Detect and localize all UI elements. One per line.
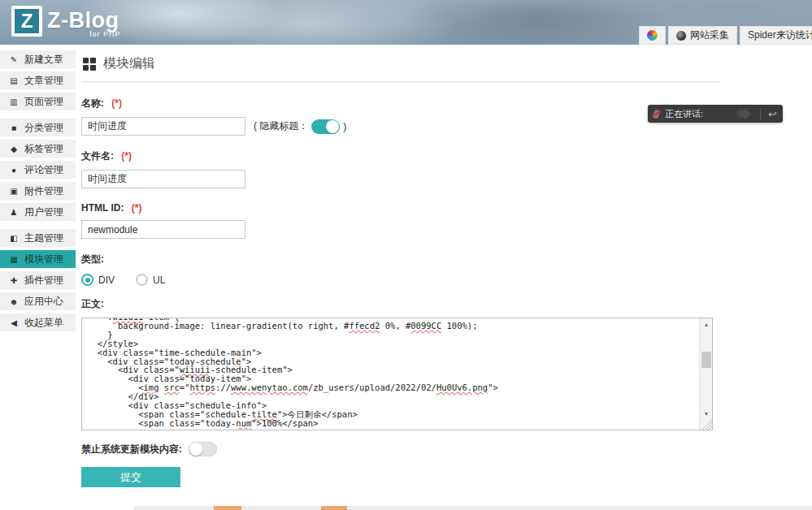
sidebar-item-module-mgmt[interactable]: ▦模块管理 — [0, 250, 76, 268]
pinwheel-icon — [647, 30, 658, 41]
page-title-row: 模块编辑 — [81, 49, 719, 83]
scroll-up-icon[interactable]: ▲ — [700, 318, 713, 331]
content-label: 正文: — [81, 297, 719, 311]
zblog-admin-page: Z Z-Blog for PHP 网站采集Spider来访统计✱ ✎新建文章▤文… — [0, 0, 812, 510]
top-toolbar: 网站采集Spider来访统计✱ — [639, 26, 812, 45]
main-content: 模块编辑 名称: (*) ( 隐藏标题： ) 文件名: (*) HTML ID:… — [81, 49, 719, 487]
sidebar-item-category-mgmt[interactable]: ■分类管理 — [0, 119, 76, 136]
globe-icon — [676, 31, 686, 41]
no-update-row: 禁止系统更新模块内容: — [81, 442, 719, 456]
comment-icon: ● — [9, 166, 19, 175]
sidebar-item-new-article[interactable]: ✎新建文章 — [0, 50, 76, 68]
hide-title-toggle[interactable] — [311, 119, 340, 134]
color-tool-button[interactable] — [639, 26, 666, 45]
speaker-avatars — [736, 110, 749, 118]
bottom-edge-strip — [0, 505, 812, 510]
type-radio-group: DIVUL — [81, 274, 719, 286]
logo-z-icon: Z — [11, 6, 42, 37]
radio-icon — [136, 274, 148, 286]
sidebar-item-app-center[interactable]: ☻应用中心 — [0, 292, 76, 310]
no-update-label: 禁止系统更新模块内容: — [81, 443, 182, 456]
no-update-toggle[interactable] — [189, 442, 217, 456]
code-line: <span class="today-num">100%</span> — [87, 419, 698, 428]
sidebar-item-label: 主题管理 — [24, 231, 63, 245]
sidebar-item-comment-mgmt[interactable]: ●评论管理 — [0, 161, 76, 179]
divider — [760, 109, 761, 119]
plugin-icon: ✚ — [9, 276, 19, 285]
scroll-down-icon[interactable]: ▼ — [700, 408, 713, 420]
sidebar-item-label: 页面管理 — [24, 95, 63, 109]
htmlid-label-row: HTML ID: (*) — [81, 202, 719, 214]
code-line: </style> — [87, 339, 698, 348]
sidebar-item-theme-mgmt[interactable]: ◧主题管理 — [0, 229, 76, 247]
modules-grid-icon: ▦ — [9, 255, 19, 264]
sidebar-item-article-mgmt[interactable]: ▤文章管理 — [0, 71, 76, 89]
type-radio-div[interactable]: DIV — [81, 274, 115, 286]
name-label-row: 名称: (*) — [81, 97, 719, 110]
sidebar-item-label: 标签管理 — [24, 142, 63, 156]
filename-input[interactable] — [81, 170, 245, 188]
sidebar-item-label: 收起菜单 — [24, 316, 63, 330]
editor-scrollbar[interactable]: ▲ ▼ — [699, 318, 712, 430]
page-title: 模块编辑 — [103, 55, 155, 72]
name-input[interactable] — [81, 117, 245, 136]
code-line: } — [87, 331, 698, 339]
logo-subtitle: for PHP — [89, 30, 121, 38]
voice-overlay[interactable]: 正在讲话: ↩ — [648, 105, 783, 123]
filename-label: 文件名: — [81, 150, 114, 162]
sidebar-item-user-mgmt[interactable]: ♟用户管理 — [0, 203, 76, 221]
code-lines: .wiiuii-item { background-image: linear-… — [87, 318, 698, 428]
required-mark: (*) — [121, 150, 132, 162]
sidebar-item-label: 用户管理 — [24, 205, 63, 219]
sidebar-item-label: 插件管理 — [24, 274, 63, 287]
code-line: background-image: linear-gradient(to rig… — [87, 322, 698, 331]
htmlid-label: HTML ID: — [81, 202, 124, 214]
site-collect-button[interactable]: 网站采集 — [668, 26, 737, 45]
attachment-icon: ▣ — [9, 187, 19, 196]
sidebar-item-page-mgmt[interactable]: ▥页面管理 — [0, 93, 76, 110]
zblog-logo[interactable]: Z Z-Blog for PHP — [11, 6, 121, 38]
tag-icon: ◆ — [9, 145, 19, 153]
article-list-icon: ▤ — [9, 76, 19, 85]
content-textarea[interactable]: .wiiuii-item { background-image: linear-… — [81, 318, 713, 430]
sidebar-item-tag-mgmt[interactable]: ◆标签管理 — [0, 140, 76, 158]
name-label: 名称: — [81, 97, 104, 109]
radio-label: DIV — [98, 274, 115, 286]
code-line: <div class="time-schedule-main"> — [87, 348, 698, 357]
sidebar-item-plugin-mgmt[interactable]: ✚插件管理 — [0, 271, 76, 289]
htmlid-input[interactable] — [81, 220, 245, 239]
sidebar-item-attachment-mgmt[interactable]: ▣附件管理 — [0, 182, 76, 200]
hide-title-close-paren: ) — [343, 121, 346, 132]
sidebar-item-label: 模块管理 — [24, 253, 63, 266]
theme-icon: ◧ — [9, 234, 19, 243]
submit-button[interactable]: 提交 — [81, 467, 180, 487]
speaking-label: 正在讲话: — [665, 108, 703, 120]
site-collect-label: 网站采集 — [690, 28, 729, 42]
bottom-orange-segment — [214, 506, 241, 510]
sidebar-item-label: 附件管理 — [24, 184, 63, 198]
type-label: 类型: — [81, 253, 719, 266]
radio-icon — [81, 274, 93, 286]
bottom-orange-segment — [321, 506, 347, 510]
scroll-thumb[interactable] — [701, 352, 711, 368]
resize-grip-icon[interactable] — [701, 420, 712, 430]
sidebar-item-label: 文章管理 — [24, 74, 63, 88]
users-icon: ♟ — [9, 208, 19, 217]
sidebar-item-label: 评论管理 — [24, 163, 63, 177]
sidebar-item-label: 分类管理 — [24, 121, 63, 135]
module-edit-icon — [83, 58, 96, 71]
pencil-icon: ✎ — [9, 55, 19, 64]
hide-title-group: ( 隐藏标题： ) — [254, 119, 346, 134]
code-pane: .wiiuii-item { background-image: linear-… — [87, 318, 698, 430]
filename-label-row: 文件名: (*) — [81, 149, 719, 163]
sidebar-item-collapse-menu[interactable]: ◀收起菜单 — [0, 313, 76, 331]
radio-label: UL — [153, 274, 165, 286]
sidebar-item-label: 应用中心 — [24, 295, 63, 309]
code-line: <img src="https://www.wenytao.com/zb_use… — [87, 383, 698, 392]
app-center-icon: ☻ — [9, 297, 19, 306]
type-radio-ul[interactable]: UL — [136, 274, 165, 286]
reply-arrow-icon[interactable]: ↩ — [768, 109, 777, 119]
spider-stats-button[interactable]: Spider来访统计 — [740, 26, 812, 45]
hide-title-label: ( 隐藏标题： — [254, 119, 308, 133]
required-mark: (*) — [111, 97, 122, 109]
